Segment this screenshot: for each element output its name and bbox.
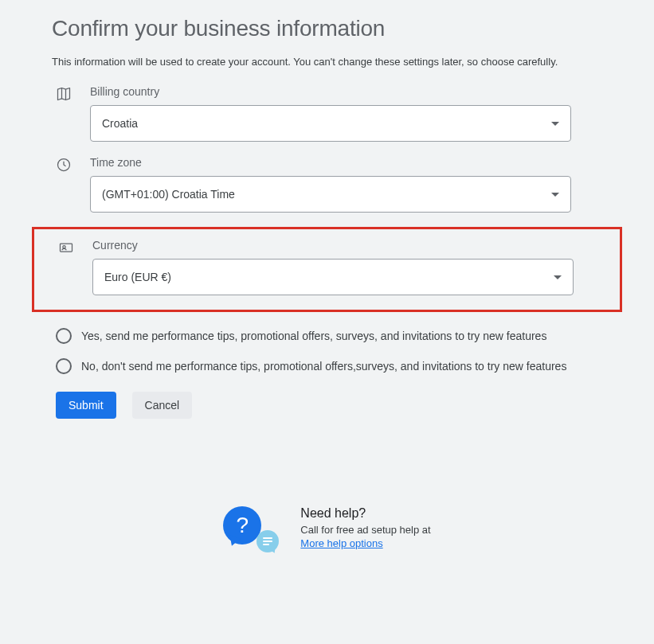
chevron-down-icon xyxy=(551,193,559,197)
cancel-button[interactable]: Cancel xyxy=(132,392,193,419)
page-title: Confirm your business information xyxy=(52,16,602,41)
currency-value: Euro (EUR €) xyxy=(104,271,171,283)
time-zone-select[interactable]: (GMT+01:00) Croatia Time xyxy=(90,176,571,213)
billing-country-select[interactable]: Croatia xyxy=(90,105,571,142)
svg-point-2 xyxy=(63,246,65,248)
time-zone-value: (GMT+01:00) Croatia Time xyxy=(102,188,235,201)
radio-icon xyxy=(56,328,72,344)
currency-select[interactable]: Euro (EUR €) xyxy=(92,259,574,295)
radio-yes-label: Yes, send me performance tips, promotion… xyxy=(81,328,546,344)
chevron-down-icon xyxy=(554,275,562,279)
radio-no-label: No, don't send me performance tips, prom… xyxy=(81,358,566,374)
help-section: ? Need help? Call for free ad setup help… xyxy=(0,506,654,554)
radio-icon xyxy=(56,358,72,374)
marketing-preferences: Yes, send me performance tips, promotion… xyxy=(0,328,654,374)
help-illustration: ? xyxy=(223,506,283,554)
map-icon xyxy=(52,85,90,105)
currency-field: Currency Euro (EUR €) xyxy=(54,239,600,295)
currency-label: Currency xyxy=(92,239,600,252)
chevron-down-icon xyxy=(551,122,559,126)
help-link[interactable]: More help options xyxy=(300,537,382,549)
radio-yes[interactable]: Yes, send me performance tips, promotion… xyxy=(56,328,602,344)
question-bubble-icon: ? xyxy=(223,506,261,544)
page-description: This information will be used to create … xyxy=(52,56,602,68)
time-zone-field: Time zone (GMT+01:00) Croatia Time xyxy=(52,156,602,213)
submit-button[interactable]: Submit xyxy=(56,392,116,419)
help-title: Need help? xyxy=(300,506,430,521)
button-row: Submit Cancel xyxy=(0,392,654,419)
radio-no[interactable]: No, don't send me performance tips, prom… xyxy=(56,358,602,374)
help-text: Call for free ad setup help at xyxy=(300,524,430,536)
clock-icon xyxy=(52,156,90,176)
currency-highlight-box: Currency Euro (EUR €) xyxy=(32,227,622,312)
chat-bubble-icon xyxy=(257,530,279,552)
svg-rect-1 xyxy=(61,244,72,252)
id-card-icon xyxy=(54,239,92,259)
time-zone-label: Time zone xyxy=(90,156,602,169)
billing-country-field: Billing country Croatia xyxy=(52,85,602,142)
billing-country-value: Croatia xyxy=(102,117,138,130)
billing-country-label: Billing country xyxy=(90,85,602,98)
